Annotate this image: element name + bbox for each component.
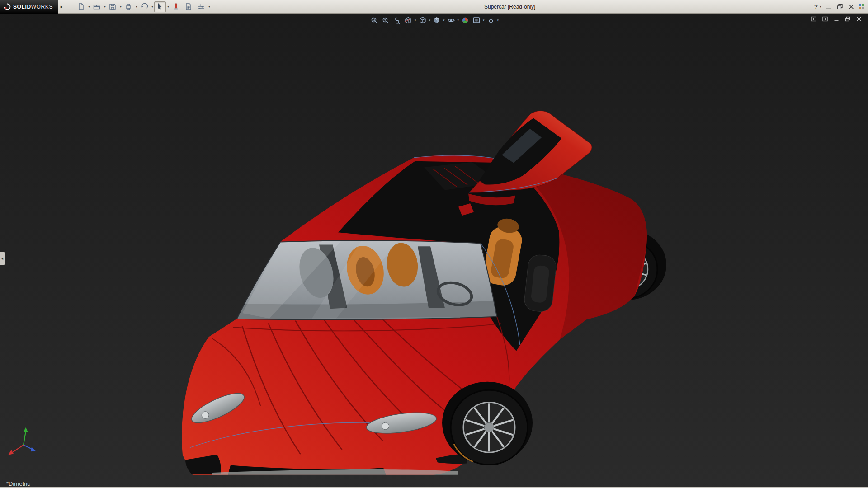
dropdown-caret[interactable]: ▾ bbox=[208, 5, 210, 9]
previous-window-button[interactable] bbox=[810, 15, 817, 23]
new-document-button[interactable] bbox=[75, 1, 87, 12]
view-orientation-icon bbox=[418, 16, 426, 24]
xpress-products-button[interactable] bbox=[170, 1, 182, 12]
options-button[interactable] bbox=[195, 1, 207, 12]
next-window-button[interactable] bbox=[821, 15, 829, 23]
zoom-to-area-button[interactable] bbox=[381, 15, 391, 25]
previous-window-icon bbox=[810, 15, 817, 23]
view-orientation-button[interactable] bbox=[417, 15, 427, 25]
dropdown-caret[interactable]: ▾ bbox=[458, 19, 459, 22]
previous-view-button[interactable] bbox=[392, 15, 402, 25]
view-orientation-label: *Dimetric bbox=[6, 480, 30, 487]
display-style-icon bbox=[433, 16, 441, 24]
help-dropdown-caret[interactable]: ▾ bbox=[820, 5, 821, 9]
close-button[interactable] bbox=[847, 3, 855, 11]
dropdown-caret[interactable]: ▾ bbox=[429, 19, 430, 22]
open-icon bbox=[93, 3, 101, 11]
dropdown-caret[interactable]: ▾ bbox=[88, 5, 90, 9]
document-restore-button[interactable] bbox=[844, 15, 851, 23]
document-minimize-icon bbox=[833, 15, 840, 23]
dropdown-caret[interactable]: ▾ bbox=[136, 5, 137, 9]
dropdown-caret[interactable]: ▾ bbox=[415, 19, 416, 22]
document-close-button[interactable] bbox=[855, 15, 863, 23]
file-properties-button[interactable] bbox=[183, 1, 194, 12]
new-document-icon bbox=[77, 3, 85, 11]
options-icon bbox=[197, 3, 205, 11]
print-icon bbox=[124, 3, 132, 11]
section-view-button[interactable] bbox=[403, 15, 413, 25]
save-icon bbox=[108, 3, 117, 11]
edit-appearance-icon bbox=[461, 16, 469, 24]
hide-show-items-icon bbox=[447, 16, 455, 24]
zoom-to-fit-button[interactable] bbox=[369, 15, 379, 25]
open-button[interactable] bbox=[91, 1, 103, 12]
zoom-to-fit-icon bbox=[370, 16, 378, 24]
featuremanager-flyout-tab[interactable]: ◄ bbox=[0, 252, 5, 265]
brand-light: WORKS bbox=[31, 4, 53, 10]
restore-button[interactable] bbox=[836, 3, 844, 11]
undo-icon bbox=[140, 3, 148, 11]
document-minimize-button[interactable] bbox=[833, 15, 840, 23]
document-close-icon bbox=[855, 15, 863, 23]
select-button[interactable] bbox=[154, 1, 166, 12]
select-cursor-icon bbox=[156, 3, 164, 11]
headsup-view-toolbar: ▾ ▾ ▾ ▾ ▾ bbox=[369, 15, 499, 25]
save-button[interactable] bbox=[107, 1, 118, 12]
document-restore-icon bbox=[844, 15, 851, 23]
apply-scene-icon bbox=[472, 16, 481, 24]
titlebar: SOLIDWORKS ► ▾ ▾ ▾ ▾ ▾ bbox=[0, 0, 868, 14]
display-style-button[interactable] bbox=[432, 15, 442, 25]
solidworks-resources-icon[interactable] bbox=[859, 4, 864, 9]
minimize-button[interactable] bbox=[825, 3, 833, 11]
section-view-icon bbox=[404, 16, 412, 24]
view-settings-icon bbox=[487, 16, 495, 24]
menu-expand-arrow[interactable]: ► bbox=[58, 5, 65, 9]
document-window-controls bbox=[810, 15, 863, 23]
orientation-triad[interactable] bbox=[8, 427, 36, 455]
standard-toolbar: ▾ ▾ ▾ ▾ ▾ ▾ bbox=[75, 1, 210, 12]
titlebar-right-controls: ? ▾ bbox=[814, 3, 868, 11]
file-properties-icon bbox=[184, 3, 193, 11]
windshield[interactable] bbox=[237, 240, 497, 320]
model-scene bbox=[0, 14, 868, 488]
dropdown-caret[interactable]: ▾ bbox=[483, 19, 485, 22]
next-window-icon bbox=[821, 15, 829, 23]
document-title: Supercar [Read-only] bbox=[484, 0, 535, 14]
dropdown-caret[interactable]: ▾ bbox=[443, 19, 445, 22]
previous-view-icon bbox=[393, 16, 401, 24]
graphics-area[interactable]: ▾ ▾ ▾ ▾ ▾ bbox=[0, 14, 868, 488]
xpress-products-icon bbox=[172, 3, 180, 11]
dropdown-caret[interactable]: ▾ bbox=[104, 5, 106, 9]
apply-scene-button[interactable] bbox=[472, 15, 481, 25]
hide-show-items-button[interactable] bbox=[446, 15, 456, 25]
dropdown-caret[interactable]: ▾ bbox=[167, 5, 169, 9]
dassault-logo-icon bbox=[4, 3, 11, 10]
solidworks-logo: SOLIDWORKS bbox=[0, 0, 58, 14]
zoom-to-area-icon bbox=[382, 16, 390, 24]
edit-appearance-button[interactable] bbox=[460, 15, 470, 25]
dropdown-caret[interactable]: ▾ bbox=[151, 5, 153, 9]
help-button[interactable]: ? bbox=[814, 3, 818, 10]
view-settings-button[interactable] bbox=[486, 15, 496, 25]
front-wheel[interactable] bbox=[442, 382, 533, 465]
dropdown-caret[interactable]: ▾ bbox=[497, 19, 499, 22]
brand-bold: SOLID bbox=[13, 4, 31, 10]
print-button[interactable] bbox=[123, 1, 134, 12]
dropdown-caret[interactable]: ▾ bbox=[120, 5, 122, 9]
undo-button[interactable] bbox=[138, 1, 150, 12]
brand-text: SOLIDWORKS bbox=[13, 4, 53, 10]
